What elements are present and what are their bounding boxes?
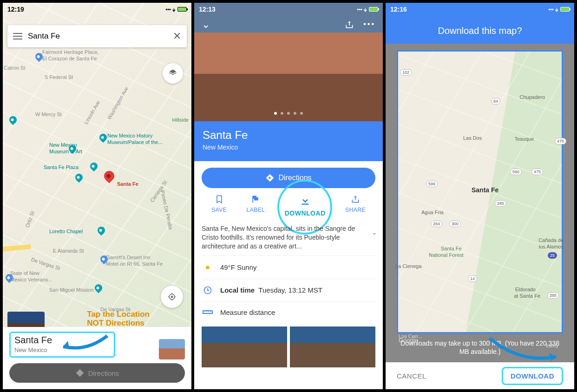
status-indicators: ••• ⏚ [165, 7, 187, 12]
map-label: National Forest [429, 252, 464, 258]
action-label: DOWNLOAD [285, 209, 326, 217]
place-header: Santa Fe New Mexico [194, 121, 383, 161]
directions-icon [265, 173, 275, 183]
svg-point-0 [171, 296, 173, 298]
bookmark-icon [215, 195, 224, 204]
measure-row[interactable]: Measure distance [202, 301, 375, 323]
hero-photo[interactable]: ⌄ ••• [194, 3, 383, 121]
map-label: Washington Ave [106, 86, 130, 120]
photo-thumbnail[interactable] [202, 327, 287, 367]
chevron-down-icon[interactable]: ⌄ [372, 228, 377, 237]
map-label: Paseo De Peralta [160, 190, 174, 230]
save-button[interactable]: SAVE [211, 195, 227, 217]
map-label: Catron St [4, 65, 25, 71]
poi-pin[interactable] [8, 115, 19, 125]
locate-button[interactable] [161, 286, 183, 308]
route-shield: 475 [555, 138, 566, 144]
poi-pin[interactable] [98, 132, 109, 143]
menu-icon[interactable] [13, 33, 22, 39]
route-shield: 590 [510, 169, 522, 175]
route-shield: 102 [400, 69, 412, 76]
localtime-label: Local time [220, 286, 255, 294]
route-shield: 84 [491, 98, 500, 105]
status-time: 12:13 [199, 6, 216, 13]
flag-icon [251, 195, 260, 204]
svg-rect-3 [302, 204, 308, 205]
search-bar[interactable]: ✕ [7, 25, 187, 47]
layers-button[interactable] [163, 63, 183, 84]
place-card[interactable]: Santa Fe New Mexico Directions [3, 327, 191, 389]
share-icon[interactable] [345, 20, 354, 29]
poi-pin[interactable] [89, 161, 99, 172]
dialog-footer: CANCEL DOWNLOAD [386, 362, 574, 389]
map-label: Santa Fe Plaza [44, 164, 79, 170]
share-icon [351, 195, 360, 204]
place-subtitle: New Mexico [203, 144, 374, 151]
share-button[interactable]: SHARE [345, 195, 366, 217]
status-bar: 12:16 ••• ⏚ [386, 3, 574, 16]
map-label: Ortiz St [24, 210, 35, 229]
pin-label: Santa Fe [117, 181, 138, 187]
status-time: 12:19 [7, 6, 24, 13]
status-bar: 12:13 ••• ⏚ [194, 3, 383, 16]
map-label: Museum of Art [49, 149, 82, 154]
route-shield: 14 [468, 275, 477, 282]
localtime-row[interactable]: Local time Tuesday, 13:12 MST [202, 279, 375, 301]
action-label: LABEL [247, 207, 265, 213]
map-label: Los Cerr... [399, 333, 422, 339]
photo-strip[interactable] [202, 327, 375, 367]
place-description[interactable]: Santa Fe, New Mexico's capital, sits in … [202, 222, 375, 255]
photo-thumbnail[interactable] [290, 327, 375, 367]
status-bar: 12:19 ••• ⏚ [3, 3, 191, 16]
weather-text: 49°F Sunny [220, 263, 257, 271]
label-button[interactable]: LABEL [247, 195, 265, 217]
directions-label: Directions [88, 369, 119, 377]
map-label: New Mexico History [107, 133, 152, 138]
screen-1-search: 12:19 ••• ⏚ Fairmont Heritage Place, El … [3, 3, 191, 389]
place-thumbnail[interactable] [159, 339, 185, 359]
map-label: Mexico Veterans... [10, 277, 52, 282]
clear-icon[interactable]: ✕ [173, 30, 181, 42]
photo-pager-dots [194, 112, 383, 115]
route-shield: 285 [547, 292, 559, 299]
description-text: Santa Fe, New Mexico's capital, sits in … [202, 225, 355, 250]
dialog-title: Download this map? [438, 26, 522, 36]
search-input[interactable] [28, 32, 167, 41]
directions-label: Directions [278, 174, 311, 182]
route-shield: 285 [495, 200, 506, 207]
map-label: Museum/Palace of the... [107, 139, 163, 145]
download-button[interactable]: DOWNLOAD [502, 367, 563, 385]
map-label: Motel on Rt 66, Santa Fe [106, 261, 163, 267]
map-label: Chupadero [520, 94, 545, 100]
map-label: State of New [10, 270, 39, 276]
directions-button[interactable]: Directions [9, 363, 185, 383]
route-shield: 25 [548, 252, 557, 259]
measure-label: Measure distance [220, 308, 275, 316]
status-indicators: ••• ⏚ [357, 7, 378, 12]
poi-pin[interactable] [93, 283, 104, 294]
localtime-text: Local time Tuesday, 13:12 MST [220, 286, 322, 294]
download-area-map[interactable]: Santa Fe Agua Fria Las Dos Tesuque Chupa… [397, 50, 563, 333]
directions-button[interactable]: Directions [202, 168, 375, 188]
svg-rect-2 [253, 196, 254, 203]
localtime-value: Tuesday, 13:12 MST [258, 286, 322, 294]
map-label: los Alamos [539, 244, 564, 249]
clock-icon [203, 286, 213, 295]
weather-row[interactable]: ● 49°F Sunny [202, 255, 375, 279]
download-icon [299, 195, 311, 207]
annotation-line: NOT Directions [87, 319, 150, 328]
poi-pin[interactable] [96, 225, 107, 236]
download-note: Downloads may take up to 300 MB. (You ha… [386, 339, 574, 356]
map-label: Lincoln Ave [83, 100, 101, 125]
map-label: El Corazon de Santa Fe [42, 56, 97, 61]
cancel-button[interactable]: CANCEL [397, 372, 426, 380]
chevron-down-icon[interactable]: ⌄ [202, 19, 210, 31]
location-pin[interactable] [102, 169, 116, 183]
map-label: at Santa Fe [514, 293, 540, 299]
poi-pin[interactable] [74, 172, 85, 183]
download-button[interactable]: DOWNLOAD [285, 195, 326, 217]
locate-icon [167, 292, 177, 301]
map-label: Santa Fe [472, 186, 498, 194]
map-label: San Miguel Mission [49, 287, 93, 293]
more-icon[interactable]: ••• [363, 20, 375, 29]
